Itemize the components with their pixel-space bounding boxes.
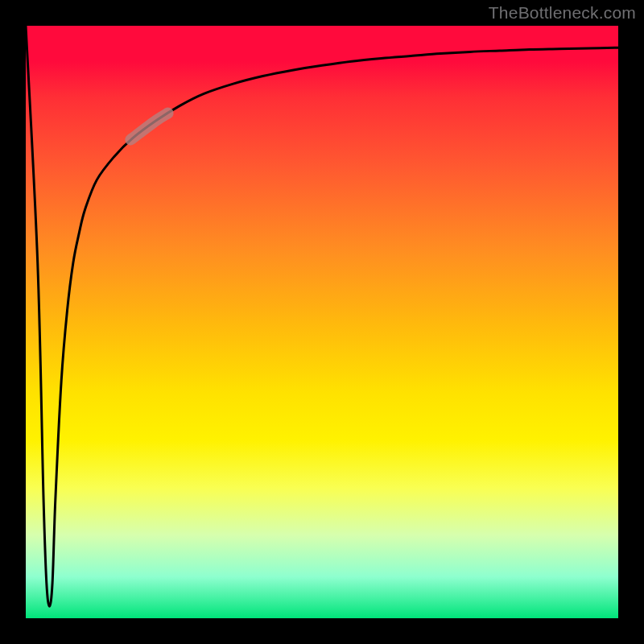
curve-highlight-segment: [130, 114, 167, 140]
bottleneck-curve: [26, 26, 618, 618]
plot-area: [26, 26, 618, 618]
watermark-text: TheBottleneck.com: [489, 3, 636, 23]
chart-frame: TheBottleneck.com: [0, 0, 644, 644]
